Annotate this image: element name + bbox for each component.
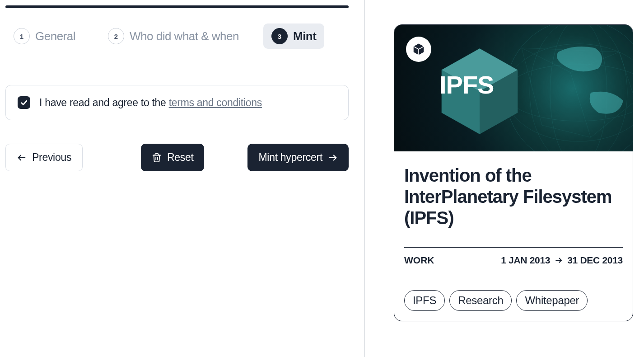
- card-title: Invention of the InterPlanetary Filesyst…: [404, 165, 623, 229]
- step-who-did-what[interactable]: 2 Who did what & when: [100, 23, 247, 49]
- arrow-left-icon: [17, 153, 27, 163]
- step-general[interactable]: 1 General: [5, 23, 84, 49]
- hypercert-card: IPFS Invention of the InterPlanetary Fil…: [394, 24, 633, 321]
- previous-label: Previous: [32, 151, 71, 164]
- arrow-right-icon: [555, 256, 563, 264]
- consent-prefix: I have read and agree to the: [39, 97, 169, 108]
- terms-checkbox[interactable]: [18, 96, 30, 109]
- svg-line-11: [542, 125, 591, 137]
- step-mint[interactable]: 3 Mint: [263, 23, 324, 49]
- cube-icon: [412, 42, 425, 56]
- svg-line-13: [570, 72, 591, 137]
- reset-label: Reset: [167, 151, 194, 164]
- step-label: Who did what & when: [130, 29, 239, 43]
- tag: IPFS: [404, 290, 445, 311]
- mint-button[interactable]: Mint hypercert: [247, 144, 349, 171]
- tag: Research: [449, 290, 512, 311]
- form-panel: 1 General 2 Who did what & when 3 Mint I…: [0, 0, 365, 357]
- consent-text: I have read and agree to the terms and c…: [39, 97, 262, 109]
- previous-button[interactable]: Previous: [5, 144, 83, 171]
- trash-icon: [152, 153, 162, 163]
- terms-link[interactable]: terms and conditions: [169, 97, 262, 108]
- avatar: [406, 37, 431, 62]
- step-badge: 2: [108, 28, 124, 44]
- work-dates: 1 JAN 2013 31 DEC 2013: [501, 255, 623, 266]
- header-logo-text: IPFS: [439, 70, 494, 99]
- stepper: 1 General 2 Who did what & when 3 Mint: [5, 23, 359, 49]
- card-body: Invention of the InterPlanetary Filesyst…: [394, 151, 633, 321]
- preview-panel: IPFS Invention of the InterPlanetary Fil…: [365, 0, 644, 357]
- step-label: General: [35, 29, 75, 43]
- divider: [404, 247, 623, 248]
- svg-line-9: [619, 52, 633, 101]
- step-badge: 3: [271, 28, 288, 44]
- card-header-image: IPFS: [394, 25, 633, 151]
- reset-button[interactable]: Reset: [141, 144, 205, 171]
- check-icon: [20, 99, 28, 107]
- arrow-right-icon: [328, 153, 338, 163]
- step-badge: 1: [14, 28, 30, 44]
- work-date-row: WORK 1 JAN 2013 31 DEC 2013: [404, 255, 623, 266]
- mint-label: Mint hypercert: [258, 151, 322, 164]
- consent-box: I have read and agree to the terms and c…: [5, 85, 349, 120]
- date-to: 31 DEC 2013: [567, 255, 623, 266]
- work-label: WORK: [404, 255, 434, 266]
- progress-bar: [5, 5, 349, 8]
- step-label: Mint: [293, 29, 316, 43]
- tag: Whitepaper: [516, 290, 588, 311]
- tag-list: IPFS Research Whitepaper: [404, 290, 623, 311]
- action-row: Previous Reset Mint hypercert: [5, 144, 349, 171]
- date-from: 1 JAN 2013: [501, 255, 550, 266]
